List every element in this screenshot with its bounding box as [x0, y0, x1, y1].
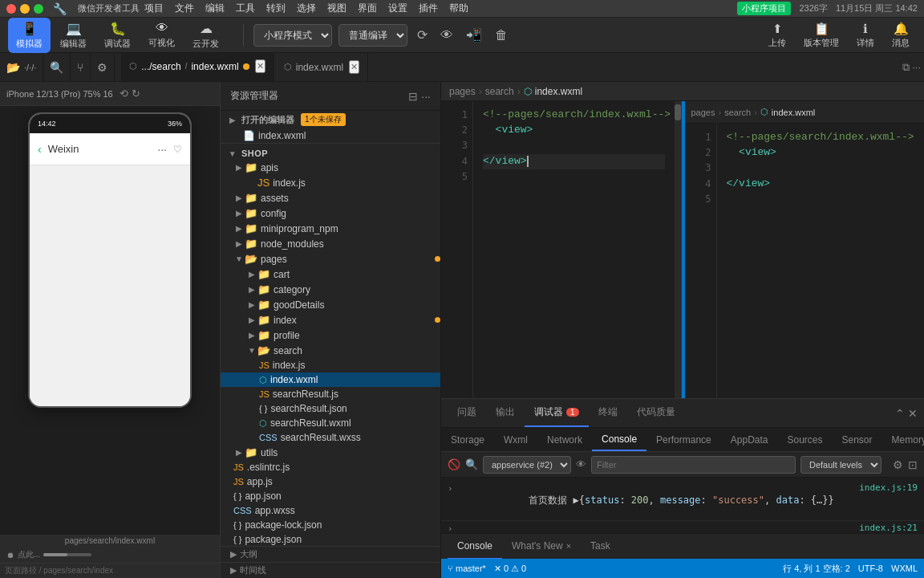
more-icon[interactable]: ···	[157, 143, 167, 156]
menu-file[interactable]: 文件	[175, 2, 194, 15]
sub-tab-performance[interactable]: Performance	[646, 428, 721, 451]
cloud-tab[interactable]: ☁ 云开发	[184, 18, 227, 53]
console-loc-2[interactable]: index.js:21	[859, 523, 918, 533]
sub-tab-sources[interactable]: Sources	[777, 428, 832, 451]
left-scrollbar[interactable]	[675, 101, 681, 398]
reload-btn[interactable]: ⏺ 点此...	[6, 549, 91, 560]
menu-plugin[interactable]: 插件	[419, 2, 438, 15]
devtools-tab-debugger[interactable]: 调试器 1	[525, 399, 589, 427]
shop-header[interactable]: ▼ SHOP	[221, 147, 440, 160]
tab-wxml-2[interactable]: ⬡ index.wxml ✕	[276, 53, 368, 81]
back-icon[interactable]: ‹	[38, 143, 42, 156]
branch-item[interactable]: ⑂ master*	[448, 564, 486, 573]
slider[interactable]	[43, 553, 91, 556]
menu-view[interactable]: 视图	[327, 2, 346, 15]
sub-tab-network[interactable]: Network	[537, 428, 592, 451]
language-item[interactable]: WXML	[891, 564, 918, 573]
right-code-content[interactable]: <!--pages/search/index.wxml--> <view> </…	[717, 124, 925, 398]
bottom-tab-console[interactable]: Console	[448, 534, 502, 560]
tree-item-config[interactable]: ▶ 📁 config	[221, 206, 440, 221]
tree-item-appjson[interactable]: { } app.json	[221, 489, 440, 503]
menu-help[interactable]: 帮助	[449, 2, 468, 15]
errors-item[interactable]: ✕ 0 ⚠ 0	[494, 564, 526, 574]
tree-item-searchresult-wxss[interactable]: CSS searchResult.wxss	[221, 430, 440, 445]
devtools-close-btn[interactable]: ✕	[908, 407, 918, 420]
devtools-tab-code-quality[interactable]: 代码质量	[627, 399, 685, 427]
upload-btn[interactable]: ⬆ 上传	[762, 20, 792, 51]
compiler-select[interactable]: 普通编译	[338, 24, 407, 47]
tab-icon-3[interactable]: ⚙	[91, 53, 115, 81]
tree-item-profile[interactable]: ▶ 📁 profile	[221, 328, 440, 343]
mode-select[interactable]: 小程序模式	[253, 24, 332, 47]
console-filter-btn[interactable]: 🔍	[465, 458, 478, 470]
rotate-btn[interactable]: ↻	[132, 88, 140, 100]
tree-item-package[interactable]: { } package.json	[221, 532, 440, 546]
sub-tab-storage[interactable]: Storage	[441, 428, 494, 451]
console-loc-1[interactable]: index.js:19	[859, 482, 918, 493]
tree-item-index[interactable]: ▶ 📁 index	[221, 312, 440, 328]
menu-settings[interactable]: 设置	[388, 2, 407, 15]
wuxian-section[interactable]: ▶ 大纲	[221, 546, 440, 562]
refresh-btn[interactable]: ⟳	[414, 26, 431, 44]
tree-item-pages[interactable]: ▼ 📂 pages	[221, 251, 440, 267]
tree-item-searchresult-wxml[interactable]: ⬡ searchResult.wxml	[221, 416, 440, 430]
clear-icon[interactable]: 🗑	[492, 26, 511, 44]
more-tabs-btn[interactable]: ···	[912, 61, 921, 73]
sub-tab-wxml[interactable]: Wxml	[494, 428, 537, 451]
version-btn[interactable]: 📋 版本管理	[797, 20, 845, 51]
tree-item-search-indexjs[interactable]: JS index.js	[221, 358, 440, 372]
menu-edit[interactable]: 编辑	[205, 2, 225, 15]
tree-item-eslintrc[interactable]: JS .eslintrc.js	[221, 460, 440, 474]
menu-project[interactable]: 项目	[144, 2, 164, 15]
whats-new-close-btn[interactable]: ×	[566, 541, 571, 551]
tree-item-appjs[interactable]: JS app.js	[221, 474, 440, 489]
menu-select[interactable]: 选择	[297, 2, 316, 15]
open-file-item-wxml[interactable]: 📄 index.wxml	[221, 128, 440, 143]
tree-item-utils[interactable]: ▶ 📁 utils	[221, 445, 440, 460]
tab-file-explorer[interactable]: 📂 ·/·/·	[0, 53, 43, 81]
tree-item-package-lock[interactable]: { } package-lock.json	[221, 518, 440, 532]
debugger-tab[interactable]: 🐛 调试器	[96, 18, 139, 53]
real-device-icon[interactable]: 📲	[463, 26, 485, 44]
tab-search-icon-btn[interactable]: 🔍	[43, 53, 71, 81]
code-line-4[interactable]: </view>	[483, 154, 665, 169]
console-settings-btn[interactable]: ⚙	[893, 458, 903, 471]
more-explorer-btn[interactable]: ···	[421, 90, 431, 103]
tree-item-gooddetails[interactable]: ▶ 📁 goodDetails	[221, 297, 440, 312]
sub-tab-memory[interactable]: Memory	[882, 428, 924, 451]
devtools-collapse-btn[interactable]: ⌃	[895, 407, 905, 420]
split-editor-btn[interactable]: ⧉	[902, 61, 910, 74]
line-col-item[interactable]: 行 4, 列 1 空格: 2	[783, 563, 850, 575]
tree-item-node-modules[interactable]: ▶ 📁 node_modules	[221, 236, 440, 251]
levels-select[interactable]: Default levels	[800, 456, 881, 474]
message-btn[interactable]: 🔔 消息	[886, 20, 916, 51]
tree-item-searchresult-json[interactable]: { } searchResult.json	[221, 401, 440, 416]
encoding-item[interactable]: UTF-8	[858, 564, 883, 573]
tab-close-btn-1[interactable]: ✕	[255, 59, 265, 73]
tree-item-cart[interactable]: ▶ 📁 cart	[221, 267, 440, 282]
sub-tab-sensor[interactable]: Sensor	[833, 428, 882, 451]
console-body[interactable]: › 首页数据 ▶{status: 200, message: "success"…	[441, 478, 924, 533]
bottom-tab-task[interactable]: Task	[581, 534, 620, 560]
editor-tab[interactable]: 💻 编辑器	[52, 18, 95, 53]
appservice-select[interactable]: appservice (#2)	[483, 456, 571, 474]
eye-btn[interactable]: 👁	[576, 458, 586, 470]
menu-tools[interactable]: 工具	[236, 2, 255, 15]
collapse-all-btn[interactable]: ⊟	[408, 90, 418, 103]
sub-tab-console[interactable]: Console	[592, 428, 646, 451]
minimize-window-btn[interactable]	[20, 4, 30, 14]
console-clear-btn[interactable]: 🚫	[448, 458, 460, 470]
maximize-window-btn[interactable]	[34, 4, 43, 14]
tree-item-appwxss[interactable]: CSS app.wxss	[221, 503, 440, 518]
details-btn[interactable]: ℹ 详情	[850, 20, 881, 51]
bottom-tab-whats-new[interactable]: What's New ×	[502, 534, 581, 560]
tree-item-searchresult-js[interactable]: JS searchResult.js	[221, 387, 440, 401]
explorer-body[interactable]: ▶ 打开的编辑器 1个未保存 📄 index.wxml ▼ SHOP ▶	[221, 111, 440, 546]
tab-version-icon-btn[interactable]: ⑂	[71, 53, 91, 81]
preview-icon-btn[interactable]: 👁	[437, 26, 456, 44]
console-expand-btn[interactable]: ⊡	[908, 458, 918, 471]
tree-item-apis[interactable]: ▶ 📁 apis	[221, 160, 440, 175]
tree-item-search[interactable]: ▼ 📂 search	[221, 343, 440, 358]
timeline-section[interactable]: ▶ 时间线	[221, 562, 440, 578]
tree-item-category[interactable]: ▶ 📁 category	[221, 282, 440, 297]
